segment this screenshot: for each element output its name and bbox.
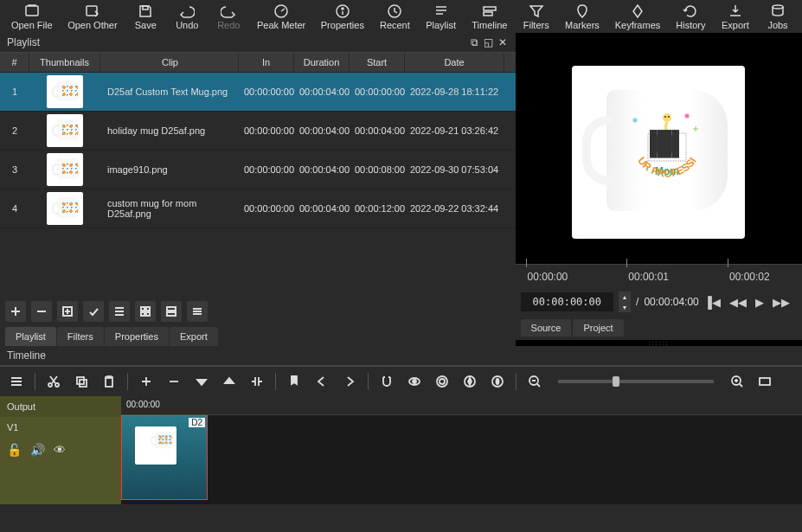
timeline-clip[interactable]: D2 bbox=[121, 415, 208, 500]
jobs-button[interactable]: Jobs bbox=[757, 2, 799, 31]
history-button[interactable]: History bbox=[668, 2, 714, 31]
tab-project[interactable]: Project bbox=[573, 319, 623, 337]
markers-icon bbox=[574, 3, 590, 19]
play-button[interactable]: ▶ bbox=[755, 296, 764, 309]
header-duration[interactable]: Duration bbox=[294, 53, 350, 72]
header-num[interactable]: # bbox=[0, 53, 29, 72]
tab-source[interactable]: Source bbox=[521, 319, 572, 337]
cut-button[interactable] bbox=[44, 372, 63, 391]
open-other-button[interactable]: Open Other bbox=[60, 2, 125, 31]
paste-button[interactable] bbox=[99, 372, 119, 391]
preview-image: Mom OUR PROFESSIO ████████████████ bbox=[572, 66, 745, 239]
tab-properties[interactable]: Properties bbox=[105, 327, 169, 346]
zoom-slider[interactable] bbox=[558, 380, 714, 383]
export-button[interactable]: Export bbox=[714, 2, 757, 31]
open-file-button[interactable]: Open File bbox=[3, 2, 60, 31]
mute-icon[interactable]: 🔊 bbox=[30, 443, 45, 457]
panel-undock-icon[interactable]: ⧉ bbox=[469, 36, 481, 48]
copy-button[interactable] bbox=[72, 372, 91, 391]
panel-close-icon[interactable]: ✕ bbox=[497, 36, 509, 48]
markers-button[interactable]: Markers bbox=[557, 2, 607, 31]
header-date[interactable]: Date bbox=[405, 53, 504, 72]
output-header[interactable]: Output bbox=[0, 396, 121, 417]
marker-button[interactable] bbox=[285, 372, 304, 391]
header-thumbnails[interactable]: Thumbnails bbox=[29, 53, 100, 72]
update-button[interactable] bbox=[83, 301, 104, 322]
svg-rect-0 bbox=[26, 6, 38, 16]
header-clip[interactable]: Clip bbox=[100, 53, 239, 72]
overwrite-down-button[interactable] bbox=[220, 372, 239, 391]
svg-point-36 bbox=[439, 379, 445, 384]
time-spinner[interactable]: ▲▼ bbox=[619, 292, 631, 312]
preview-ruler[interactable]: 00:00:00 00:00:01 00:00:02 bbox=[516, 264, 802, 288]
add-button[interactable] bbox=[5, 301, 26, 322]
redo-button[interactable]: Redo bbox=[208, 2, 249, 31]
svg-rect-13 bbox=[141, 312, 144, 316]
lift-button[interactable] bbox=[164, 372, 183, 391]
recent-icon bbox=[387, 3, 402, 19]
total-time: 00:00:04:00 bbox=[644, 296, 698, 308]
header-start[interactable]: Start bbox=[350, 53, 405, 72]
menu-button[interactable] bbox=[187, 301, 208, 322]
next-marker-button[interactable] bbox=[340, 372, 359, 391]
properties-button[interactable]: Properties bbox=[313, 2, 372, 31]
tab-export[interactable]: Export bbox=[170, 327, 218, 346]
zoom-in-button[interactable] bbox=[728, 372, 747, 391]
playlist-row[interactable]: 2 holiday mug D25af.png 00:00:00:00 00:0… bbox=[0, 112, 516, 151]
add-files-button[interactable] bbox=[57, 301, 78, 322]
lock-icon[interactable]: 🔓 bbox=[7, 443, 22, 457]
scrub-button[interactable] bbox=[405, 372, 424, 391]
snap-button[interactable] bbox=[377, 372, 396, 391]
history-icon bbox=[683, 3, 698, 19]
view-list-button[interactable] bbox=[109, 301, 130, 322]
playlist-row[interactable]: 3 image910.png 00:00:00:00 00:00:04:00 0… bbox=[0, 151, 516, 189]
filters-icon bbox=[529, 3, 544, 19]
remove-button[interactable] bbox=[31, 301, 52, 322]
skip-prev-button[interactable]: ▐◀ bbox=[704, 296, 721, 309]
zoom-fit-button[interactable] bbox=[755, 372, 774, 391]
tab-playlist[interactable]: Playlist bbox=[5, 327, 56, 346]
current-time[interactable]: 00:00:00:00 bbox=[521, 292, 613, 311]
header-in[interactable]: In bbox=[239, 53, 294, 72]
panel-grip[interactable]: :::::: bbox=[516, 340, 802, 346]
playlist-row[interactable]: 1 D25af Custom Text Mug.png 00:00:00:00 … bbox=[0, 73, 516, 112]
peak-meter-button[interactable]: Peak Meter bbox=[249, 2, 313, 31]
svg-rect-41 bbox=[760, 378, 770, 385]
v1-header[interactable]: V1 bbox=[0, 417, 121, 438]
view-icons-button[interactable] bbox=[161, 301, 182, 322]
playlist-row[interactable]: 4 custom mug for mom D25af.png 00:00:00:… bbox=[0, 189, 516, 228]
overwrite-up-button[interactable] bbox=[192, 372, 211, 391]
timeline-toolbar bbox=[0, 366, 802, 396]
svg-rect-2 bbox=[143, 6, 148, 10]
split-button[interactable] bbox=[247, 372, 266, 391]
view-tiles-button[interactable] bbox=[135, 301, 156, 322]
panel-float-icon[interactable]: ◱ bbox=[483, 36, 495, 48]
ripple-button[interactable] bbox=[433, 372, 452, 391]
undo-button[interactable]: Undo bbox=[166, 2, 208, 31]
save-button[interactable]: Save bbox=[125, 2, 166, 31]
timeline-ruler[interactable]: 00:00:00 bbox=[121, 396, 802, 415]
svg-point-28 bbox=[55, 383, 59, 387]
filters-button[interactable]: Filters bbox=[515, 2, 557, 31]
svg-point-19 bbox=[668, 116, 670, 118]
timeline-tracks[interactable]: 00:00:00 D2 bbox=[121, 396, 802, 504]
playlist-button[interactable]: Playlist bbox=[418, 2, 464, 31]
timeline-icon bbox=[482, 3, 497, 19]
rewind-button[interactable]: ◀◀ bbox=[729, 296, 747, 309]
keyframes-button[interactable]: Keyframes bbox=[607, 2, 668, 31]
timeline-button[interactable]: Timeline bbox=[464, 2, 515, 31]
zoom-out-button[interactable] bbox=[525, 372, 544, 391]
tab-filters[interactable]: Filters bbox=[57, 327, 104, 346]
prev-marker-button[interactable] bbox=[312, 372, 331, 391]
ripple-all-button[interactable] bbox=[460, 372, 479, 391]
svg-point-18 bbox=[664, 116, 666, 118]
ripple-markers-button[interactable] bbox=[488, 372, 507, 391]
preview-viewport[interactable]: Mom OUR PROFESSIO ████████████████ bbox=[516, 33, 802, 264]
append-button[interactable] bbox=[137, 372, 156, 391]
svg-rect-11 bbox=[141, 307, 144, 311]
playlist-panel-header: Playlist ⧉ ◱ ✕ bbox=[0, 33, 516, 53]
recent-button[interactable]: Recent bbox=[372, 2, 418, 31]
timeline-menu-button[interactable] bbox=[7, 372, 26, 391]
ffwd-button[interactable]: ▶▶ bbox=[773, 296, 790, 309]
hide-icon[interactable]: 👁 bbox=[54, 443, 66, 457]
